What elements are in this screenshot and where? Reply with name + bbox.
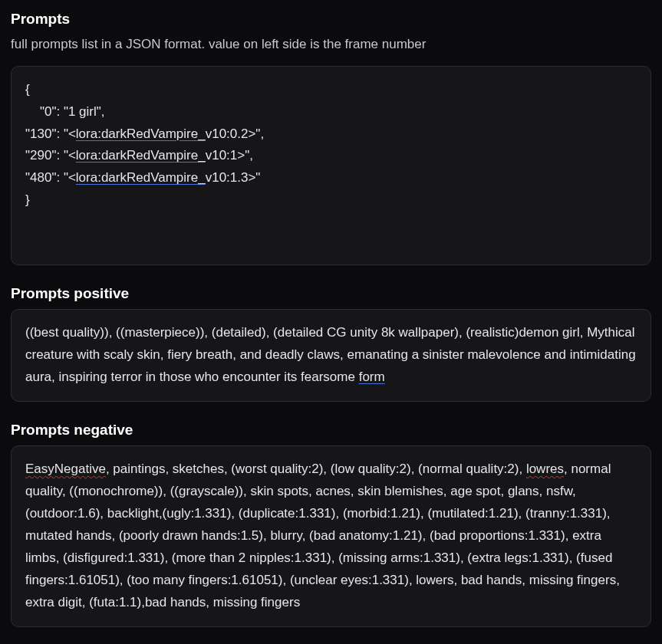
prompts-json-line: "480": "< bbox=[25, 170, 76, 185]
prompts-positive-input[interactable]: ((best quality)), ((masterpiece)), (deta… bbox=[11, 309, 651, 402]
prompts-json-underlined: lora:darkRedVampire_ bbox=[76, 148, 206, 163]
prompts-title: Prompts bbox=[11, 8, 651, 30]
negative-text: , paintings, sketches, (worst quality:2)… bbox=[106, 462, 526, 476]
prompts-json-line: v10:1>", bbox=[206, 148, 253, 163]
prompts-negative-section: Prompts negative EasyNegative, paintings… bbox=[11, 419, 651, 627]
positive-text: ((best quality)), ((masterpiece)), (deta… bbox=[25, 325, 639, 384]
prompts-json-line: v10:0.2>", bbox=[206, 127, 264, 141]
prompts-desc: full prompts list in a JSON format. valu… bbox=[11, 34, 651, 54]
prompts-json-line: v10:1.3>" bbox=[206, 170, 261, 185]
prompts-positive-title: Prompts positive bbox=[11, 282, 651, 304]
prompts-json-line: "0": "1 girl", bbox=[25, 104, 105, 119]
prompts-json-line: } bbox=[25, 192, 30, 207]
prompts-section: Prompts full prompts list in a JSON form… bbox=[11, 8, 651, 265]
prompts-json-underlined: lora:darkRedVampire_ bbox=[76, 127, 206, 141]
prompts-json-line: "130": "< bbox=[25, 127, 76, 141]
prompts-negative-input[interactable]: EasyNegative, paintings, sketches, (wors… bbox=[11, 445, 651, 626]
prompts-json-line: { bbox=[25, 82, 30, 97]
prompts-positive-section: Prompts positive ((best quality)), ((mas… bbox=[11, 282, 651, 402]
prompts-input[interactable]: { "0": "1 girl", "130": "<lora:darkRedVa… bbox=[11, 66, 651, 265]
negative-text: , normal quality, ((monochrome)), ((gray… bbox=[25, 462, 624, 609]
negative-text-underlined: EasyNegative bbox=[25, 462, 106, 476]
prompts-json-line: "290": "< bbox=[25, 148, 76, 163]
negative-text-underlined: lowres bbox=[526, 462, 564, 476]
prompts-negative-title: Prompts negative bbox=[11, 419, 651, 441]
prompts-json-underlined: lora:darkRedVampire_ bbox=[76, 170, 206, 185]
positive-text-underlined: form bbox=[359, 370, 385, 384]
